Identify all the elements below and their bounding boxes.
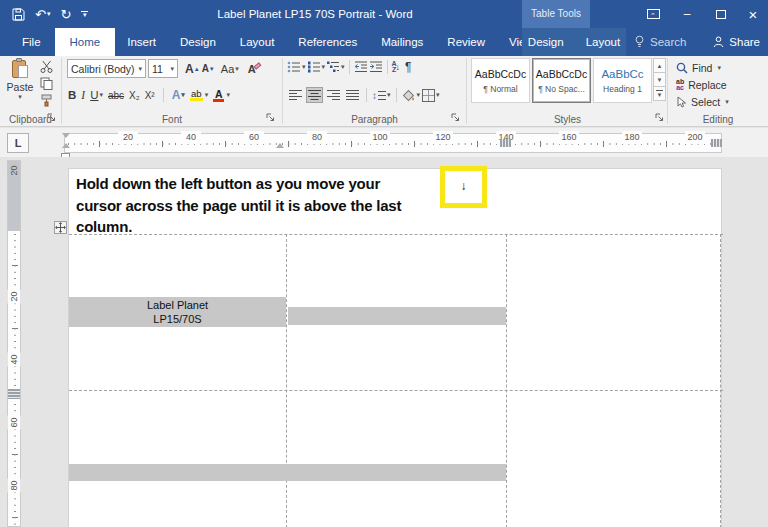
numbering-button[interactable]: ▾	[307, 61, 326, 73]
undo-button[interactable]: ↶ ▾	[35, 8, 50, 21]
multilevel-list-button[interactable]: ▾	[326, 61, 345, 73]
paragraph-group: ▾ ▾ ▾ A Z ↓ ¶	[283, 56, 466, 126]
replace-button[interactable]: ab ac Replace	[676, 77, 727, 92]
vertical-ruler[interactable]	[7, 160, 21, 527]
hruler-mark: 40	[181, 131, 201, 144]
tab-design[interactable]: Design	[168, 28, 228, 56]
strikethrough-button[interactable]: abc	[108, 90, 124, 101]
align-left-button[interactable]	[287, 87, 304, 103]
search-box[interactable]: Search	[634, 28, 686, 56]
styles-dialog-launcher[interactable]	[655, 113, 665, 123]
font-name-combo[interactable]: Calibri (Body) ▾	[67, 59, 146, 78]
label-cell-line2: LP15/70S	[69, 312, 286, 326]
minimize-button[interactable]: –	[672, 0, 702, 28]
style-heading1[interactable]: AaBbCc Heading 1	[593, 58, 652, 103]
style-no-spacing[interactable]: AaBbCcDc ¶ No Spac...	[532, 58, 591, 103]
share-button[interactable]: Share	[713, 28, 760, 56]
tab-table-layout[interactable]: Layout	[575, 28, 632, 56]
font-color-dropdown-icon[interactable]: ▾	[226, 91, 230, 99]
borders-button[interactable]: ▾	[422, 89, 440, 102]
first-line-indent-marker[interactable]	[62, 133, 70, 138]
underline-dropdown-icon[interactable]: ▾	[99, 91, 103, 99]
table-column-border	[506, 234, 507, 527]
font-size-dropdown-icon[interactable]: ▾	[170, 65, 174, 73]
style-normal[interactable]: AaBbCcDc ¶ Normal	[471, 58, 530, 103]
hruler-mark: 200	[685, 131, 705, 144]
window-title: Label Planet LP15 70S Portrait - Word	[150, 0, 480, 28]
font-dialog-launcher[interactable]	[266, 113, 276, 123]
table-move-handle[interactable]	[54, 221, 67, 234]
close-button[interactable]: ×	[738, 0, 768, 28]
bullets-button[interactable]: ▾	[287, 61, 306, 73]
ruler-band: L 20 40 60 80 100 120 140 160 180 200	[0, 128, 768, 157]
tab-home[interactable]: Home	[55, 28, 116, 56]
tab-file[interactable]: File	[8, 28, 55, 56]
replace-label: Replace	[688, 79, 727, 91]
decrease-indent-button[interactable]	[354, 61, 368, 73]
select-label: Select	[691, 96, 720, 108]
styles-scroll-down-button[interactable]: ▼	[653, 72, 666, 87]
instruction-paragraph[interactable]: Hold down the left button as you move yo…	[76, 173, 476, 238]
cut-button[interactable]	[40, 60, 54, 73]
font-name-dropdown-icon[interactable]: ▾	[138, 65, 142, 73]
document-page[interactable]: Hold down the left button as you move yo…	[68, 168, 722, 527]
selected-cell-highlight	[288, 307, 506, 325]
paragraph-dialog-launcher[interactable]	[451, 113, 461, 123]
bold-button[interactable]: B	[68, 89, 76, 101]
text-effects-button[interactable]: A▾	[172, 88, 185, 102]
paste-dropdown-icon[interactable]: ▾	[3, 93, 37, 101]
table-column-marker[interactable]	[500, 139, 511, 147]
find-dropdown-icon[interactable]: ▾	[717, 64, 721, 72]
sort-arrow-icon: ↓	[396, 62, 401, 72]
tab-insert[interactable]: Insert	[115, 28, 168, 56]
font-size-combo[interactable]: 11 ▾	[148, 59, 178, 78]
hanging-indent-marker[interactable]	[62, 143, 70, 148]
ribbon-display-options-button[interactable]: ⌃	[638, 0, 668, 28]
show-formatting-marks-button[interactable]: ¶	[405, 60, 411, 74]
clipboard-dialog-launcher[interactable]	[47, 113, 57, 123]
table-row-marker[interactable]	[8, 389, 20, 399]
select-dropdown-icon[interactable]: ▾	[725, 98, 729, 106]
superscript-button[interactable]: X²	[145, 90, 155, 101]
tab-references[interactable]: References	[286, 28, 369, 56]
customize-qat-button[interactable]: ▾	[81, 11, 88, 17]
clear-formatting-button[interactable]: A	[248, 63, 256, 75]
paragraph-group-label: Paragraph	[283, 114, 466, 125]
copy-button[interactable]	[40, 77, 53, 90]
justify-button[interactable]	[344, 87, 361, 103]
move-icon	[55, 222, 66, 233]
find-button[interactable]: Find ▾	[676, 60, 721, 75]
tab-review[interactable]: Review	[435, 28, 497, 56]
change-case-button[interactable]: Aa▾	[221, 63, 239, 75]
increase-indent-button[interactable]	[369, 61, 383, 73]
select-button[interactable]: Select ▾	[676, 94, 729, 109]
right-indent-marker[interactable]	[276, 143, 284, 148]
subscript-button[interactable]: X₂	[129, 90, 140, 101]
paint-bucket-icon	[402, 89, 416, 102]
save-icon[interactable]	[12, 8, 25, 21]
styles-scroll-up-button[interactable]: ▲	[653, 58, 666, 73]
table-column-marker[interactable]	[711, 139, 722, 147]
text-highlight-button[interactable]: ab	[190, 89, 203, 101]
highlight-dropdown-icon[interactable]: ▾	[205, 91, 209, 99]
maximize-button[interactable]	[706, 0, 736, 28]
italic-button[interactable]: I	[81, 89, 85, 101]
tab-layout[interactable]: Layout	[228, 28, 287, 56]
styles-gallery-expand-button[interactable]: ▼	[653, 86, 666, 101]
underline-button[interactable]: U	[90, 89, 98, 101]
align-center-button[interactable]	[306, 87, 323, 103]
undo-dropdown-icon[interactable]: ▾	[47, 10, 51, 18]
shrink-font-button[interactable]: A▼	[202, 63, 215, 74]
style-preview: AaBbCcDc	[533, 68, 590, 80]
grow-font-button[interactable]: A▲	[185, 62, 200, 76]
redo-icon[interactable]: ↻	[60, 8, 71, 21]
tab-stop-selector[interactable]: L	[7, 133, 29, 153]
align-right-button[interactable]	[325, 87, 342, 103]
line-spacing-button[interactable]: ↕ ▾	[372, 90, 391, 101]
format-painter-button[interactable]	[40, 94, 53, 107]
tab-mailings[interactable]: Mailings	[369, 28, 435, 56]
tab-table-design[interactable]: Design	[517, 28, 575, 56]
shading-button[interactable]: ▾	[402, 89, 421, 102]
paste-button[interactable]: Paste ▾	[3, 58, 37, 101]
font-color-button[interactable]: A	[213, 89, 224, 102]
